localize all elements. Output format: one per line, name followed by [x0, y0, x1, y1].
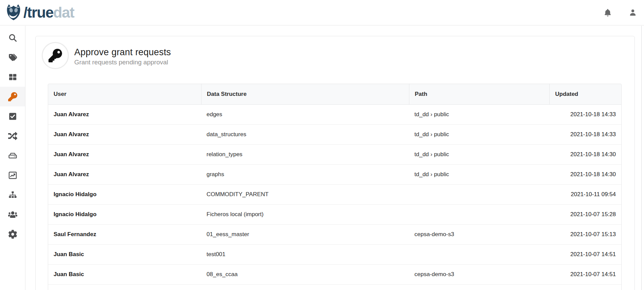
- page-subtitle: Grant requests pending approval: [74, 59, 171, 66]
- sidebar-item-lineage[interactable]: [0, 126, 25, 146]
- chart-line-icon: [8, 171, 17, 180]
- cell-user: Saul Fernandez: [48, 225, 201, 244]
- table-body: Juan Alvarez edges td_dd › public 2021-1…: [48, 105, 622, 290]
- cell-updated: 2021-10-18 14:33: [549, 105, 621, 124]
- users-icon: [8, 210, 17, 219]
- cell-path: td_dd › public: [409, 105, 549, 124]
- sidebar-item-users[interactable]: [0, 205, 25, 224]
- column-header-data-structure: Data Structure: [201, 84, 409, 104]
- cell-data-structure: graphs: [201, 165, 409, 184]
- cell-data-structure: COMMODITY_PARENT: [201, 185, 409, 204]
- cell-path: [409, 205, 549, 224]
- cell-updated: 2021-10-18 14:30: [549, 145, 621, 164]
- cell-path: td_dd › public: [409, 165, 549, 184]
- sitemap-icon: [8, 190, 17, 200]
- cell-user: Ignacio Hidalgo: [48, 185, 201, 204]
- owl-logo-icon: [5, 4, 22, 21]
- table-row[interactable]: Saul Fernandez 01_eess_master cepsa-demo…: [48, 225, 621, 245]
- scrollbar[interactable]: [641, 26, 642, 290]
- cell-user: Juan Alvarez: [48, 125, 201, 144]
- gear-icon: [8, 230, 17, 239]
- cell-updated: 2021-10-07 14:51: [549, 265, 621, 284]
- cell-data-structure: 08_es_ccaa: [201, 265, 409, 284]
- sidebar-item-taxonomy[interactable]: [0, 185, 25, 205]
- key-icon: [48, 49, 62, 62]
- sidebar-item-quality[interactable]: [0, 106, 25, 126]
- table-row[interactable]: Juan Alvarez relation_types td_dd › publ…: [48, 145, 621, 165]
- cell-user: Juan Alvarez: [48, 165, 201, 184]
- cell-user: Ignacio Hidalgo: [48, 205, 201, 224]
- sidebar-item-grid[interactable]: [0, 67, 25, 87]
- notifications-button[interactable]: [603, 8, 612, 17]
- page-title: Approve grant requests: [74, 47, 171, 58]
- hdd-icon: [8, 151, 17, 160]
- cell-path: [409, 245, 549, 264]
- sidebar: [0, 26, 25, 290]
- column-header-path: Path: [409, 84, 549, 104]
- cell-updated: 2021-10-07 15:28: [549, 205, 621, 224]
- table-header: User Data Structure Path Updated: [48, 84, 622, 105]
- cell-path: td_dd › public: [409, 145, 549, 164]
- cell-updated: 2021-10-18 14:30: [549, 165, 621, 184]
- table-row[interactable]: Juan Alvarez graphs td_dd › public 2021-…: [48, 165, 621, 185]
- sidebar-item-search[interactable]: [0, 28, 25, 47]
- table-row[interactable]: Ignacio Hidalgo Ficheros local (import) …: [48, 205, 621, 225]
- cell-data-structure: 01_eess_master: [201, 225, 409, 244]
- cell-updated: 2021-10-07 15:13: [549, 225, 621, 244]
- card-header: Approve grant requests Grant requests pe…: [36, 36, 635, 69]
- cell-data-structure: data_structures: [201, 125, 409, 144]
- cell-updated: 2021-10-07 14:51: [549, 245, 621, 264]
- column-header-user: User: [48, 84, 201, 104]
- cell-path: [409, 185, 549, 204]
- table-row[interactable]: Juan Alvarez data_structures td_dd › pub…: [48, 125, 621, 145]
- column-header-updated: Updated: [549, 84, 621, 104]
- user-menu-button[interactable]: [628, 8, 637, 17]
- shuffle-icon: [8, 131, 17, 141]
- cell-data-structure: test001: [201, 245, 409, 264]
- tags-icon: [8, 53, 17, 62]
- truedat-logo[interactable]: /truedat: [5, 4, 74, 21]
- cell-user: Juan Basic: [48, 265, 201, 284]
- cell-data-structure: edges: [201, 105, 409, 124]
- cell-user: Juan Alvarez: [48, 145, 201, 164]
- table-row[interactable]: Juan Basic test001 2021-10-07 14:51: [48, 245, 621, 265]
- grant-requests-card: Approve grant requests Grant requests pe…: [35, 36, 635, 290]
- sidebar-item-sources[interactable]: [0, 146, 25, 165]
- bell-icon: [603, 8, 612, 17]
- topbar-actions: [603, 8, 638, 17]
- sidebar-item-tags[interactable]: [0, 47, 25, 67]
- topbar: /truedat: [0, 0, 644, 25]
- cell-data-structure: Ficheros local (import): [201, 205, 409, 224]
- sidebar-item-dashboards[interactable]: [0, 165, 25, 185]
- card-header-text: Approve grant requests Grant requests pe…: [74, 45, 171, 66]
- table-row[interactable]: Ignacio Hidalgo COMMODITY_PARENT 2021-10…: [48, 185, 621, 205]
- cell-path: cepsa-demo-s3: [409, 265, 549, 284]
- sidebar-item-grant-requests[interactable]: [0, 87, 25, 106]
- logo-text: /truedat: [23, 5, 74, 20]
- cell-updated: 2021-10-11 09:54: [549, 185, 621, 204]
- key-icon: [8, 92, 17, 101]
- table-row[interactable]: Juan Alvarez edges td_dd › public 2021-1…: [48, 105, 621, 125]
- grid-icon: [8, 72, 17, 82]
- cell-user: Juan Alvarez: [48, 105, 201, 124]
- logo-text-secondary: dat: [53, 4, 74, 21]
- user-icon: [628, 8, 637, 17]
- search-icon: [8, 33, 17, 42]
- grant-requests-table: User Data Structure Path Updated Juan Al…: [48, 84, 622, 290]
- check-square-icon: [8, 112, 17, 121]
- cell-path: cepsa-demo-s3: [409, 225, 549, 244]
- key-badge: [42, 42, 69, 69]
- table-row-partial: [48, 285, 621, 290]
- cell-user: Juan Basic: [48, 245, 201, 264]
- sidebar-item-settings[interactable]: [0, 224, 25, 244]
- cell-updated: 2021-10-18 14:33: [549, 125, 621, 144]
- cell-data-structure: relation_types: [201, 145, 409, 164]
- cell-path: td_dd › public: [409, 125, 549, 144]
- logo-text-primary: /true: [23, 4, 53, 21]
- table-row[interactable]: Juan Basic 08_es_ccaa cepsa-demo-s3 2021…: [48, 265, 621, 285]
